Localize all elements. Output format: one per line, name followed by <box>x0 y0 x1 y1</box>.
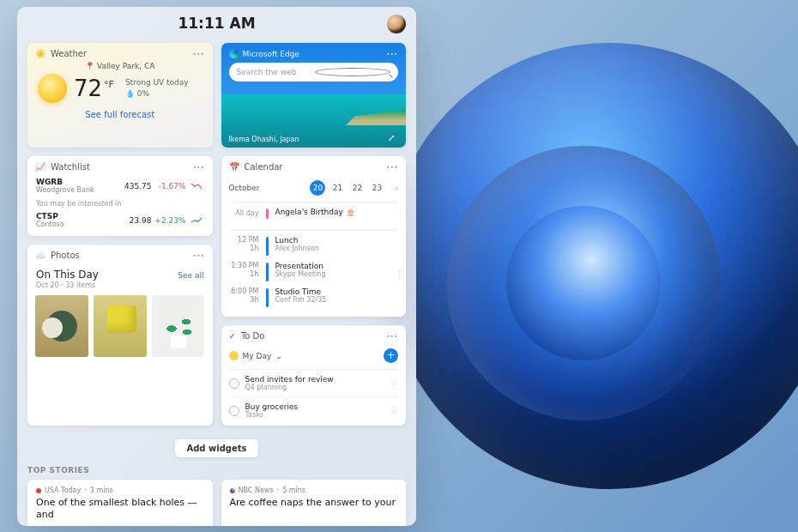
todo-item[interactable]: Send invites for reviewQ4 planning ☆ <box>221 372 407 395</box>
widget-title: To Do <box>241 331 265 341</box>
month-label: October <box>229 184 260 192</box>
event-color-bar <box>266 209 269 219</box>
photos-widget[interactable]: ☁️ Photos ⋯ On This Day Oct 20 · 33 item… <box>27 245 213 426</box>
stock-price: 23.98 <box>116 216 152 225</box>
top-stories-section: TOP STORIES USA Today · 3 mins One of th… <box>17 466 416 526</box>
calendar-day[interactable]: 21 <box>329 180 345 196</box>
section-label: TOP STORIES <box>27 466 406 475</box>
calendar-event[interactable]: 12 PM1h LunchAlex Johnson <box>230 233 398 258</box>
weather-widget[interactable]: ☀️ Weather ⋯ 📍 Valley Park, CA 72°F Stro… <box>27 43 213 148</box>
todo-item[interactable]: Buy groceriesTasks ☆ <box>221 399 407 426</box>
user-avatar[interactable] <box>387 15 406 33</box>
stock-row[interactable]: WGRBWoodgrove Bank 435.75 -1.67% <box>27 175 213 196</box>
calendar-day[interactable]: 20 <box>310 180 325 196</box>
story-title: Are coffee naps the answer to your <box>230 497 398 509</box>
interest-note: You may be interested in <box>27 196 213 209</box>
sparkline-icon <box>190 182 204 190</box>
widget-title: Calendar <box>245 162 283 172</box>
story-title: One of the smallest black holes — and <box>36 497 204 521</box>
calendar-icon: 📅 <box>229 162 239 172</box>
chart-icon: 📈 <box>35 162 45 172</box>
photo-thumbnail[interactable] <box>35 295 88 357</box>
stock-change: -1.67% <box>152 182 186 190</box>
source-icon <box>230 488 235 493</box>
todo-widget[interactable]: ✓ To Do ⋯ My Day ⌄ + Send invites for re… <box>221 325 407 426</box>
photo-thumbnail[interactable] <box>152 295 205 357</box>
weather-location: Valley Park, CA <box>97 62 154 70</box>
calendar-event[interactable]: 6:00 PM3h Studio TimeConf Rm 32/35 <box>230 284 398 310</box>
more-button[interactable]: ⋯ <box>193 162 206 171</box>
list-name[interactable]: My Day <box>243 352 272 360</box>
sun-icon <box>229 351 239 360</box>
expand-icon[interactable]: ⤢ <box>388 133 398 143</box>
sparkline-icon <box>190 216 204 225</box>
forecast-link[interactable]: See full forecast <box>27 106 213 126</box>
sun-icon <box>38 74 67 103</box>
story-card[interactable]: USA Today · 3 mins One of the smallest b… <box>27 480 213 526</box>
star-icon[interactable]: ☆ <box>390 378 398 389</box>
more-button[interactable]: ⋯ <box>386 331 399 340</box>
calendar-widget[interactable]: 📅 Calendar ⋯ October 20 21 22 23 › All d… <box>221 156 407 317</box>
panel-header: 11:11 AM <box>17 7 416 39</box>
temperature-value: 72 <box>74 76 102 101</box>
more-button[interactable]: ⋯ <box>193 49 206 57</box>
chevron-down-icon[interactable]: ⌄ <box>275 352 282 360</box>
stock-change: +2.23% <box>152 216 186 225</box>
event-color-bar <box>266 263 269 281</box>
edge-icon <box>229 49 239 58</box>
source-icon <box>36 488 41 493</box>
photos-icon: ☁️ <box>35 251 45 260</box>
photos-subtitle: Oct 20 · 33 items <box>36 281 99 289</box>
search-icon <box>315 68 390 76</box>
add-task-button[interactable]: + <box>384 348 398 363</box>
checkbox[interactable] <box>229 406 239 416</box>
more-button[interactable]: ⋯ <box>193 251 206 259</box>
widget-title: Watchlist <box>51 162 90 172</box>
clock-text: 11:11 AM <box>178 15 255 32</box>
calendar-day[interactable]: 22 <box>349 180 365 196</box>
checkbox[interactable] <box>229 378 239 389</box>
event-color-bar <box>266 288 269 307</box>
stock-row[interactable]: CTSPContoso 23.98 +2.23% <box>27 209 213 236</box>
search-input[interactable]: Search the web <box>229 63 399 82</box>
allday-event[interactable]: Angela's Birthday 🎂 <box>275 208 398 218</box>
chevron-right-icon[interactable]: › <box>395 184 398 192</box>
more-button[interactable]: ⋯ <box>386 49 399 57</box>
scroll-dots-icon[interactable]: ⋮ <box>395 269 404 281</box>
photo-thumbnail[interactable] <box>94 295 147 357</box>
widget-title: Photos <box>51 251 80 260</box>
precip-text: 💧 0% <box>125 88 189 100</box>
widget-title: Microsoft Edge <box>243 50 299 58</box>
widgets-panel: 11:11 AM ☀️ Weather ⋯ 📍 Valley Park, CA … <box>17 7 416 526</box>
star-icon[interactable]: ☆ <box>390 405 398 416</box>
check-icon: ✓ <box>229 331 236 341</box>
weather-icon: ☀️ <box>35 49 45 58</box>
search-placeholder: Search the web <box>237 68 311 76</box>
event-color-bar <box>266 237 269 256</box>
photos-heading: On This Day <box>36 269 99 281</box>
story-card[interactable]: NBC News · 5 mins Are coffee naps the an… <box>221 480 407 526</box>
image-caption: Ikema Ohashi, Japan <box>229 136 299 143</box>
uv-text: Strong UV today <box>125 77 189 89</box>
add-widgets-button[interactable]: Add widgets <box>175 439 257 457</box>
widget-title: Weather <box>51 49 87 58</box>
more-button[interactable]: ⋯ <box>386 162 399 171</box>
calendar-event[interactable]: 1:30 PM1h PresentationSkype Meeting <box>230 258 398 284</box>
stock-price: 435.75 <box>116 182 152 190</box>
see-all-link[interactable]: See all <box>178 271 203 280</box>
calendar-day[interactable]: 23 <box>369 180 384 196</box>
edge-widget[interactable]: ⋯ Microsoft Edge Search the web Ikema Oh… <box>221 43 407 148</box>
watchlist-widget[interactable]: 📈 Watchlist ⋯ WGRBWoodgrove Bank 435.75 … <box>27 156 213 236</box>
